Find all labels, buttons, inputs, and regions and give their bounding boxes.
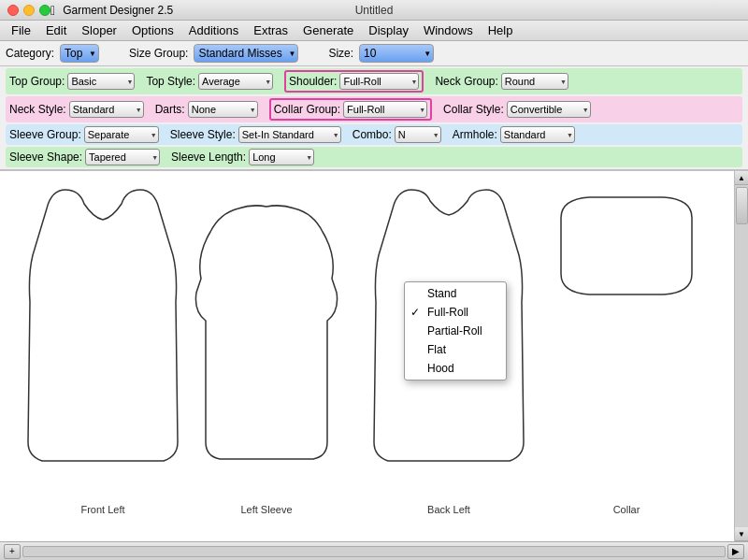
form-row-1: Top Group: Basic Top Style: Average Sh <box>6 68 742 94</box>
form-row-3: Sleeve Group: Separate Sleeve Style: Set… <box>6 124 742 145</box>
horizontal-scroll-track[interactable] <box>22 546 726 557</box>
close-button[interactable] <box>7 5 19 16</box>
menu-generate[interactable]: Generate <box>295 22 361 39</box>
sleeve-length-label: Sleeve Length: <box>171 151 246 164</box>
collar-group-select-wrapper: Full-Roll <box>343 101 427 118</box>
menu-options[interactable]: Options <box>124 22 181 39</box>
darts-select-wrapper: None <box>188 101 258 118</box>
dropdown-item-hood[interactable]: Hood <box>405 359 506 378</box>
sleeve-group-label: Sleeve Group: <box>9 128 81 141</box>
sleeve-style-select[interactable]: Set-In Standard <box>238 126 341 143</box>
menu-additions[interactable]: Additions <box>181 22 246 39</box>
traffic-lights <box>7 5 50 16</box>
minimize-button[interactable] <box>23 5 35 16</box>
menu-display[interactable]: Display <box>361 22 416 39</box>
darts-select[interactable]: None <box>188 101 258 118</box>
dropdown-item-flat[interactable]: Flat <box>405 340 506 359</box>
neck-group-select[interactable]: Round <box>501 73 568 90</box>
sleeve-length-field: Sleeve Length: Long <box>171 149 314 165</box>
menu-file[interactable]: File <box>4 22 38 39</box>
shoulder-label: Shoulder: <box>289 75 337 88</box>
collar-style-field: Collar Style: Convertible <box>443 101 591 118</box>
scroll-track[interactable] <box>735 185 749 527</box>
category-select-wrapper: Top <box>60 44 99 63</box>
vertical-scrollbar[interactable]: ▲ ▼ <box>734 171 748 541</box>
main-toolbar: Category: Top Size Group: Standard Misse… <box>0 41 748 66</box>
shoulder-select[interactable]: Full-Roll <box>339 73 419 90</box>
top-group-label: Top Group: <box>9 75 65 88</box>
dropdown-item-partialroll[interactable]: Partial-Roll <box>405 322 506 340</box>
sleeve-style-label: Sleeve Style: <box>170 128 236 141</box>
maximize-button[interactable] <box>39 5 50 16</box>
neck-style-field: Neck Style: Standard <box>9 101 144 118</box>
armhole-label: Armhole: <box>453 128 497 141</box>
armhole-field: Armhole: Standard <box>453 126 575 143</box>
app-name: Garment Designer 2.5 <box>63 4 173 17</box>
top-style-select[interactable]: Average <box>198 73 273 90</box>
combo-field: Combo: N <box>352 126 441 143</box>
sleeve-group-select[interactable]: Separate <box>84 126 159 143</box>
dropdown-item-stand-label: Stand <box>427 287 456 300</box>
collar-group-field: Collar Group: Full-Roll <box>269 98 432 121</box>
scroll-down-button[interactable]: ▼ <box>735 527 749 541</box>
size-group-label: Size Group: <box>129 47 188 60</box>
size-select[interactable]: 10 <box>359 44 434 63</box>
dropdown-item-fullroll[interactable]: ✓ Full-Roll <box>405 303 506 322</box>
left-sleeve-piece <box>192 199 341 470</box>
statusbar: + ▶ <box>0 541 748 560</box>
top-group-field: Top Group: Basic <box>9 73 135 90</box>
category-label: Category: <box>6 47 54 60</box>
canvas-area: Front Left Left Sleeve Back Left Collar … <box>0 171 748 541</box>
dropdown-item-flat-label: Flat <box>427 343 446 356</box>
category-select[interactable]: Top <box>60 44 99 63</box>
armhole-select-wrapper: Standard <box>500 126 575 143</box>
sleeve-length-select-wrapper: Long <box>249 149 314 165</box>
size-group-select[interactable]: Standard Misses <box>194 44 298 63</box>
scroll-thumb[interactable] <box>736 187 748 224</box>
shoulder-select-wrapper: Full-Roll <box>339 73 419 90</box>
menu-windows[interactable]: Windows <box>416 22 481 39</box>
menu-sloper[interactable]: Sloper <box>74 22 124 39</box>
collar-group-select[interactable]: Full-Roll <box>343 101 427 118</box>
sleeve-shape-select-wrapper: Tapered <box>85 149 160 165</box>
sleeve-style-field: Sleeve Style: Set-In Standard <box>170 126 341 143</box>
dropdown-item-partialroll-label: Partial-Roll <box>427 324 482 337</box>
add-button[interactable]: + <box>4 544 21 559</box>
sleeve-shape-field: Sleeve Shape: Tapered <box>9 149 160 165</box>
neck-style-select-wrapper: Standard <box>69 101 144 118</box>
top-style-select-wrapper: Average <box>198 73 273 90</box>
front-left-piece <box>19 180 187 480</box>
shoulder-field: Shoulder: Full-Roll <box>284 70 424 93</box>
top-style-field: Top Style: Average <box>146 73 273 90</box>
menubar: File Edit Sloper Options Additions Extra… <box>0 21 748 41</box>
menu-extras[interactable]: Extras <box>246 22 295 39</box>
top-group-select[interactable]: Basic <box>67 73 135 90</box>
top-group-select-wrapper: Basic <box>67 73 135 90</box>
dropdown-item-stand[interactable]: Stand <box>405 284 506 303</box>
armhole-select[interactable]: Standard <box>500 126 575 143</box>
scroll-right-button[interactable]: ▶ <box>727 544 744 559</box>
collar-label: Collar <box>552 504 701 515</box>
left-sleeve-label: Left Sleeve <box>192 504 341 515</box>
front-left-label: Front Left <box>19 504 187 515</box>
check-mark: ✓ <box>410 306 420 319</box>
scroll-up-button[interactable]: ▲ <box>735 171 749 185</box>
form-area: Top Group: Basic Top Style: Average Sh <box>0 66 748 171</box>
form-row-4: Sleeve Shape: Tapered Sleeve Length: Lon… <box>6 147 742 167</box>
collar-style-select[interactable]: Convertible <box>507 101 591 118</box>
size-label: Size: <box>328 47 353 60</box>
sleeve-length-select[interactable]: Long <box>249 149 314 165</box>
collar-piece <box>552 190 701 302</box>
apple-logo:  <box>50 3 55 18</box>
form-row-2: Neck Style: Standard Darts: None Colla <box>6 96 742 122</box>
combo-select[interactable]: N <box>395 126 441 143</box>
sleeve-shape-select[interactable]: Tapered <box>85 149 160 165</box>
titlebar:  Garment Designer 2.5 Untitled <box>0 0 748 21</box>
menu-help[interactable]: Help <box>481 22 521 39</box>
menu-edit[interactable]: Edit <box>38 22 74 39</box>
dropdown-item-fullroll-label: Full-Roll <box>427 306 468 319</box>
collar-group-label: Collar Group: <box>274 103 340 116</box>
sleeve-group-select-wrapper: Separate <box>84 126 159 143</box>
neck-group-label: Neck Group: <box>435 75 497 88</box>
neck-style-select[interactable]: Standard <box>69 101 144 118</box>
